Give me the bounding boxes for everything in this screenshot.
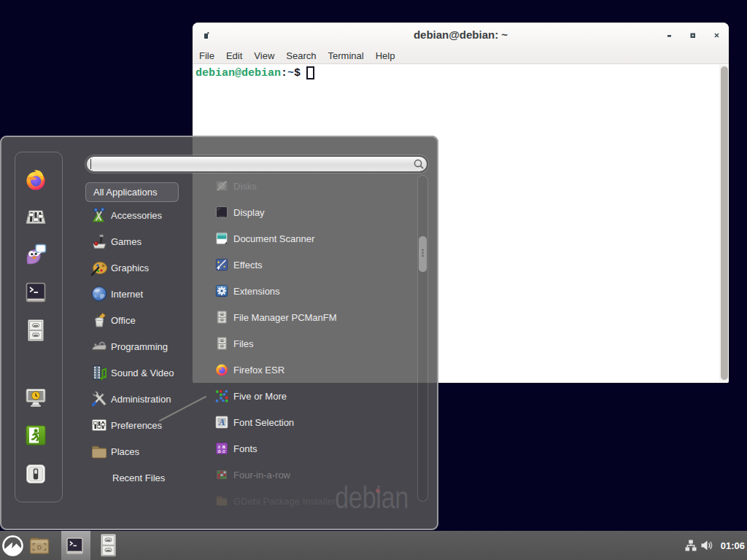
svg-text:D: D — [37, 544, 42, 551]
svg-text:a: a — [222, 448, 225, 454]
svg-text:A: A — [218, 417, 225, 427]
svg-text:a: a — [217, 448, 220, 454]
